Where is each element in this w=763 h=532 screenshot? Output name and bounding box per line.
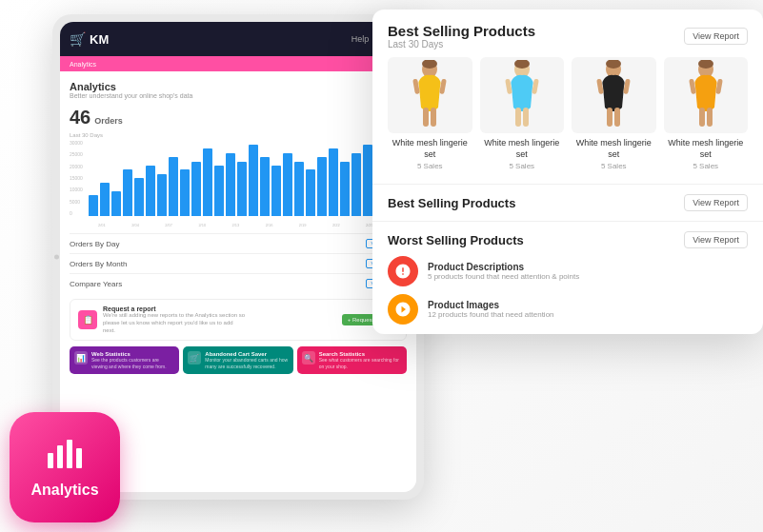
bar-chart: 30000 25000 20000 15000 10000 5000 0 2/0…: [70, 142, 407, 227]
svg-rect-5: [439, 78, 447, 94]
web-stats-sub: See the products customers are viewing a…: [91, 357, 174, 369]
best-selling-popup: Best Selling Products Last 30 Days View …: [372, 10, 763, 334]
abandoned-cart-text: Abandoned Cart Saver Monitor your abando…: [205, 351, 288, 369]
worst-selling-title: Worst Selling Products: [388, 233, 524, 247]
section-label-compare: Compare Years: [70, 280, 122, 288]
svg-rect-15: [614, 108, 620, 127]
search-stats-icon: 🔍: [302, 351, 315, 365]
web-stats-text: Web Statistics See the products customer…: [91, 351, 174, 369]
analytics-badge-icon: [46, 436, 84, 476]
nav-help[interactable]: Help: [351, 34, 370, 44]
chart-bar: [169, 157, 178, 216]
svg-rect-25: [57, 445, 63, 468]
product-sales: 5 Sales: [388, 162, 472, 170]
section-orders-day: Orders By Day View Report: [70, 233, 407, 253]
search-stats-card[interactable]: 🔍 Search Statistics See what customers a…: [297, 346, 407, 374]
logo-text: KM: [90, 32, 109, 47]
analytics-badge-label: Analytics: [30, 482, 98, 499]
product-image: [572, 57, 656, 133]
web-statistics-card[interactable]: 📊 Web Statistics See the products custom…: [70, 346, 179, 374]
worst-selling-view-btn[interactable]: View Report: [684, 231, 748, 248]
svg-rect-24: [48, 453, 53, 468]
chart-bar: [226, 153, 235, 216]
svg-rect-11: [532, 78, 539, 94]
product-name: White mesh lingerie set: [572, 138, 656, 160]
worst-item-title: Product Images: [428, 300, 554, 310]
chart-bar: [260, 157, 270, 216]
request-banner-left: 📋 Request a report We're still adding ne…: [78, 305, 246, 334]
chart-bar: [157, 174, 167, 216]
best-selling-title: Best Selling Products: [388, 196, 515, 210]
chart-bar: [111, 191, 121, 216]
request-subtitle: We're still adding new reports to the An…: [103, 312, 246, 334]
chart-bar: [306, 169, 315, 216]
chart-bar: [100, 183, 110, 216]
worst-item-title: Product Descriptions: [428, 262, 579, 272]
subheader: Analytics: [60, 56, 416, 71]
analytics-badge: Analytics: [10, 412, 120, 522]
product-item[interactable]: White mesh lingerie set 5 Sales: [664, 57, 749, 170]
chart-bar: [89, 195, 98, 216]
worst-selling-header: Worst Selling Products View Report: [388, 231, 748, 248]
svg-rect-8: [515, 108, 521, 127]
product-name: White mesh lingerie set: [480, 138, 565, 160]
popup-view-report-button[interactable]: View Report: [684, 28, 748, 45]
section-label-day: Orders By Day: [70, 240, 119, 248]
chart-bar: [283, 153, 292, 216]
product-item[interactable]: White mesh lingerie set 5 Sales: [480, 57, 565, 170]
tablet-button: [54, 255, 59, 260]
svg-rect-16: [596, 78, 604, 94]
abandoned-cart-card[interactable]: 🛒 Abandoned Cart Saver Monitor your aban…: [183, 346, 292, 374]
bottom-cards: 📊 Web Statistics See the products custom…: [70, 346, 407, 374]
section-compare-years: Compare Years View Report: [70, 273, 407, 293]
chart-bar: [329, 148, 338, 216]
orders-count: 46: [70, 107, 90, 128]
worst-items-list: Product Descriptions 5 products found th…: [388, 256, 748, 325]
chart-bar: [351, 153, 361, 216]
best-selling-view-btn[interactable]: View Report: [684, 194, 748, 211]
worst-item-text: Product Images 12 products found that ne…: [428, 300, 554, 319]
chart-bar: [237, 162, 247, 216]
svg-rect-23: [715, 78, 723, 94]
chart-bar: [146, 166, 155, 216]
product-item[interactable]: White mesh lingerie set 5 Sales: [388, 57, 472, 170]
cart-icon: 🛒: [70, 31, 86, 47]
chart-bar: [249, 145, 258, 216]
svg-rect-17: [623, 78, 631, 94]
product-sales: 5 Sales: [480, 162, 565, 170]
worst-selling-section: Worst Selling Products View Report Produ…: [372, 221, 763, 334]
worst-item-sub: 5 products found that need attention & p…: [428, 272, 579, 281]
product-image: [664, 57, 749, 133]
product-item[interactable]: White mesh lingerie set 5 Sales: [572, 57, 656, 170]
svg-rect-20: [699, 108, 705, 127]
svg-rect-4: [412, 78, 420, 94]
worst-item-text: Product Descriptions 5 products found th…: [428, 262, 579, 281]
chart-xaxis: 2/012/042/072/102/132/162/192/222/252/28: [98, 223, 407, 227]
logo: 🛒 KM: [70, 31, 109, 47]
chart-bar: [191, 162, 201, 216]
chart-bar: [134, 178, 144, 216]
svg-rect-14: [607, 108, 612, 127]
svg-rect-22: [689, 78, 696, 94]
worst-item: Product Descriptions 5 products found th…: [388, 256, 748, 286]
chart-bar: [123, 169, 132, 216]
svg-rect-9: [523, 108, 529, 127]
orders-stat: 46 Orders: [70, 107, 407, 128]
request-title: Request a report: [103, 305, 246, 312]
orders-period: Last 30 Days: [70, 132, 407, 138]
abandoned-cart-icon: 🛒: [188, 351, 201, 365]
svg-rect-21: [707, 108, 713, 127]
best-selling-section: Best Selling Products View Report: [372, 184, 763, 221]
worst-item: Product Images 12 products found that ne…: [388, 294, 748, 325]
request-text: Request a report We're still adding new …: [103, 305, 246, 334]
dashboard-title: Analytics: [70, 81, 407, 92]
svg-rect-27: [76, 448, 82, 468]
product-name: White mesh lingerie set: [388, 138, 472, 160]
svg-rect-10: [505, 78, 512, 94]
popup-header-left: Best Selling Products Last 30 Days: [388, 23, 535, 49]
svg-rect-3: [431, 108, 436, 127]
chart-bar: [180, 169, 190, 216]
product-sales: 5 Sales: [572, 162, 656, 170]
dashboard-subtitle: Better understand your online shop's dat…: [70, 92, 407, 99]
svg-rect-2: [423, 108, 429, 127]
